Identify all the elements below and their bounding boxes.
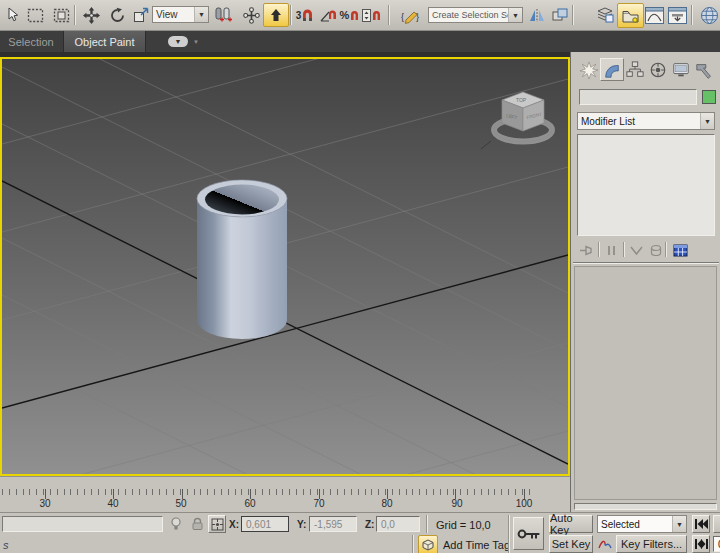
- align-icon[interactable]: [549, 3, 571, 27]
- angle-snap-toggle-icon[interactable]: [317, 3, 339, 27]
- toolbar-separator: [290, 5, 292, 25]
- add-time-tag-label[interactable]: Add Time Tag: [443, 539, 510, 551]
- y-coordinate-field[interactable]: -1,595: [309, 516, 357, 532]
- reference-coordinate-system-value: View: [153, 9, 194, 20]
- snaps-toggle-3d-icon[interactable]: 3: [293, 3, 317, 27]
- scene-explorer-toggle-icon[interactable]: [617, 3, 644, 28]
- select-object-icon[interactable]: [2, 3, 24, 27]
- motion-tab-icon[interactable]: [646, 58, 670, 81]
- create-tab-icon[interactable]: [577, 58, 601, 81]
- schematic-view-icon[interactable]: [666, 3, 689, 27]
- percent-snap-toggle-icon[interactable]: %: [339, 3, 361, 27]
- x-coordinate-label: X:: [229, 519, 239, 530]
- panel-separator: [598, 242, 600, 257]
- show-end-result-icon[interactable]: [602, 242, 620, 258]
- x-coordinate-field[interactable]: 0,601: [241, 516, 289, 532]
- object-name-field[interactable]: [579, 89, 697, 105]
- named-selection-sets-placeholder: Create Selection Se: [429, 10, 508, 20]
- select-and-rotate-icon[interactable]: [106, 3, 128, 27]
- ribbon-minimize-toggle[interactable]: ▼: [168, 36, 188, 47]
- material-editor-icon[interactable]: [696, 3, 720, 27]
- object-color-swatch[interactable]: [702, 90, 716, 104]
- use-pivot-point-center-icon[interactable]: [212, 3, 238, 27]
- 3ds-max-window: View ▼ 3 % {}: [0, 0, 720, 553]
- make-unique-icon[interactable]: [627, 242, 645, 258]
- y-coordinate-label: Y:: [297, 519, 306, 530]
- tab-object-paint[interactable]: Object Paint: [63, 31, 146, 52]
- previous-frame-button[interactable]: [713, 515, 720, 533]
- svg-text:{: {: [401, 12, 404, 22]
- curve-editor-icon[interactable]: [643, 3, 666, 27]
- tube-object[interactable]: [197, 180, 287, 339]
- chevron-down-icon[interactable]: ▼: [508, 8, 522, 22]
- rollout-area[interactable]: [574, 266, 717, 500]
- modifier-list-dropdown[interactable]: Modifier List ▼: [577, 112, 715, 130]
- grid-spacing-label: Grid = 10,0: [436, 519, 491, 531]
- select-and-move-icon[interactable]: [80, 3, 102, 27]
- ruler-label: 30: [39, 498, 50, 509]
- panel-separator: [665, 242, 667, 257]
- configure-modifier-sets-icon[interactable]: [671, 242, 689, 258]
- ribbon-menu-arrow-icon[interactable]: ▼: [193, 39, 199, 45]
- rectangular-selection-region-icon[interactable]: [24, 3, 46, 27]
- window-crossing-toggle-icon[interactable]: [50, 3, 72, 27]
- layer-manager-icon[interactable]: [594, 3, 616, 27]
- reference-coordinate-system-dropdown[interactable]: View ▼: [152, 6, 209, 23]
- ribbon-tab-bar: Selection Object Paint ▼ ▼: [0, 31, 720, 52]
- absolute-offset-mode-toggle[interactable]: [208, 515, 226, 533]
- status-separator: [426, 515, 428, 533]
- chevron-down-icon[interactable]: ▼: [672, 516, 686, 532]
- svg-text:TOP: TOP: [516, 97, 527, 103]
- ruler-label: 60: [244, 498, 255, 509]
- svg-text:}: }: [416, 12, 419, 22]
- key-filters-button[interactable]: Key Filters...: [616, 535, 687, 553]
- ruler-label: 80: [381, 498, 392, 509]
- command-panel: Modifier List ▼: [570, 52, 720, 512]
- animation-selection-dropdown[interactable]: Selected ▼: [597, 515, 687, 533]
- track-bar[interactable]: 30405060708090100: [0, 476, 570, 513]
- status-separator: [412, 535, 414, 553]
- select-and-scale-icon[interactable]: [130, 3, 152, 27]
- isolate-selection-toggle[interactable]: [418, 535, 438, 553]
- toolbar-separator: [388, 5, 390, 25]
- hierarchy-tab-icon[interactable]: [623, 58, 647, 81]
- select-and-manipulate-icon[interactable]: [240, 3, 262, 27]
- ruler-label: 50: [175, 498, 186, 509]
- default-in-out-tangents-icon[interactable]: [596, 536, 614, 552]
- utilities-tab-icon[interactable]: [692, 58, 716, 81]
- set-key-button[interactable]: Set Key: [549, 535, 593, 553]
- toolbar-separator: [572, 5, 574, 25]
- display-tab-icon[interactable]: [669, 58, 693, 81]
- tab-selection[interactable]: Selection: [0, 31, 62, 52]
- remove-modifier-icon[interactable]: [647, 242, 665, 258]
- go-to-start-button[interactable]: [692, 515, 710, 533]
- current-frame-field[interactable]: 0: [713, 536, 720, 552]
- panel-divider: [573, 262, 719, 264]
- toolbar-separator: [74, 5, 76, 25]
- perspective-viewport[interactable]: TOP LEFT FRONT: [0, 57, 570, 476]
- ruler-label: 70: [313, 498, 324, 509]
- modify-tab-icon[interactable]: [600, 58, 624, 81]
- toolbar-separator: [691, 5, 693, 25]
- chevron-down-icon[interactable]: ▼: [194, 7, 208, 22]
- chevron-down-icon[interactable]: ▼: [700, 113, 714, 129]
- named-selection-sets-dropdown[interactable]: Create Selection Se ▼: [428, 7, 523, 23]
- pin-stack-icon[interactable]: [577, 242, 595, 258]
- set-keys-button[interactable]: [513, 517, 544, 550]
- selection-lock-toggle-icon[interactable]: [188, 516, 206, 532]
- modifier-stack-list[interactable]: [577, 134, 715, 236]
- mirror-icon[interactable]: [526, 3, 548, 27]
- prompt-line-text: s: [3, 539, 9, 551]
- status-separator: [508, 515, 510, 553]
- ruler-label: 90: [451, 498, 462, 509]
- key-mode-toggle-button[interactable]: [692, 535, 710, 553]
- auto-key-button[interactable]: Auto Key: [549, 515, 593, 533]
- panel-bottom-strip: [574, 503, 717, 510]
- keyboard-shortcut-override-toggle[interactable]: [263, 3, 289, 27]
- notification-bulb-icon[interactable]: [167, 516, 185, 532]
- z-coordinate-field[interactable]: 0,0: [376, 516, 420, 532]
- main-toolbar: View ▼ 3 % {}: [0, 0, 720, 31]
- edit-named-selection-sets-icon[interactable]: {}: [398, 3, 424, 27]
- viewport-canvas: TOP LEFT FRONT: [2, 59, 568, 474]
- spinner-snap-toggle-icon[interactable]: [360, 3, 384, 27]
